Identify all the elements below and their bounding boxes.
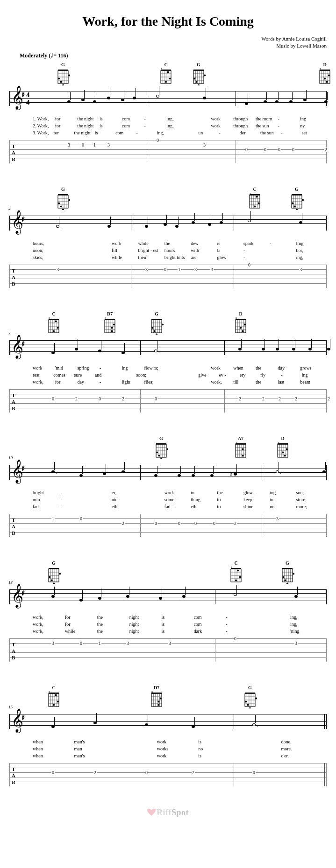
syllable: ute <box>112 496 138 503</box>
tab-fret: 2 <box>192 770 195 775</box>
note <box>210 474 214 477</box>
syllable: ing <box>122 364 144 371</box>
syllable: the night <box>74 129 95 136</box>
syllable: - <box>281 129 301 136</box>
syllable: is <box>100 115 122 122</box>
syllable: beam <box>300 378 322 385</box>
measure-number: 7 <box>8 331 11 336</box>
music-credit: Music by Lowell Mason <box>9 42 327 49</box>
syllable: shine <box>243 503 270 510</box>
syllable: ing, <box>157 129 178 136</box>
svg-point-251 <box>49 576 50 578</box>
lyric-line-1: whenman'sworkisdone. <box>33 738 327 745</box>
tab-fret: 3 <box>299 267 302 272</box>
music-system-2: G C x G 4𝄞♯.hours;workwhilethedewisspark… <box>9 185 327 291</box>
syllable: noon; <box>33 247 59 254</box>
syllable: - <box>219 129 240 136</box>
svg-point-151 <box>111 327 113 329</box>
syllable: ery <box>240 371 260 378</box>
tablature: TAB02020 <box>9 761 327 789</box>
lyrics: work'midspring-ingflow'rs;workwhentheday… <box>33 364 327 385</box>
syllable: for <box>55 122 78 129</box>
syllable: ing <box>270 489 296 496</box>
chord-diagram-D: x <box>318 68 332 85</box>
note <box>276 348 279 350</box>
note <box>75 348 78 350</box>
syllable <box>166 364 189 371</box>
note <box>299 221 302 224</box>
key-signature: ♯ <box>21 340 25 348</box>
heart-icon <box>147 809 156 819</box>
syllable: work <box>164 489 191 496</box>
syllable: hours <box>164 247 191 254</box>
chord-label: C <box>253 187 256 192</box>
syllable: glow <box>217 254 243 261</box>
tab-fret: 3 <box>67 143 71 147</box>
syllable: com <box>122 115 144 122</box>
note <box>145 723 148 726</box>
chord-label: G <box>159 436 163 441</box>
chord-diagram-C: x <box>159 68 173 85</box>
syllable <box>86 503 112 510</box>
tab-fret: 0 <box>164 267 167 272</box>
note <box>175 225 179 228</box>
note <box>154 350 157 352</box>
syllable <box>115 745 157 752</box>
tab-clef: TAB <box>12 392 15 412</box>
syllable: - <box>278 115 300 122</box>
tab-fret: 3 <box>203 143 206 147</box>
svg-point-203 <box>160 458 162 459</box>
note <box>238 348 242 350</box>
svg-point-217 <box>242 448 243 450</box>
syllable: hours; <box>33 240 59 247</box>
note <box>51 351 55 354</box>
syllable: store; <box>296 496 322 503</box>
svg-point-49 <box>196 81 198 83</box>
svg-point-234 <box>282 451 284 453</box>
tab-fret: 2 <box>278 397 281 401</box>
syllable: ing, <box>166 122 189 129</box>
key-signature: ♯ <box>21 714 25 722</box>
tab-clef: TAB <box>12 766 15 785</box>
tab-fret: 3 <box>276 517 279 521</box>
syllable: work, <box>33 628 65 635</box>
syllable: and <box>95 371 115 378</box>
chord-diagram-G <box>154 441 168 459</box>
note <box>51 470 55 473</box>
syllable <box>240 745 281 752</box>
svg-point-64 <box>328 74 330 76</box>
svg-point-66 <box>326 81 328 83</box>
key-signature: ♯ <box>21 464 25 473</box>
syllable: the sun <box>260 129 281 136</box>
chord-diagram-G <box>243 691 257 708</box>
chord-D7: D7 x <box>150 685 164 708</box>
note <box>264 100 267 103</box>
note <box>122 470 125 473</box>
svg-point-184 <box>240 327 242 329</box>
syllable: the sun <box>256 122 278 129</box>
tab-fret: 0 <box>145 770 148 775</box>
syllable: night <box>129 621 162 628</box>
tab-fret: 3 <box>145 267 148 272</box>
svg-point-81 <box>68 199 70 201</box>
chord-G: G <box>154 436 168 459</box>
chord-G: G <box>280 560 294 584</box>
syllable <box>189 122 211 129</box>
syllable: fly <box>260 371 281 378</box>
svg-point-318 <box>160 697 162 699</box>
note <box>294 595 298 598</box>
lyric-line-2: min-utesome -thingtokeepinstore; <box>33 496 327 503</box>
chord-label: A7 <box>238 436 243 441</box>
syllable <box>258 621 290 628</box>
syllable: night <box>129 614 162 621</box>
note <box>324 100 328 103</box>
note <box>308 348 312 350</box>
syllable: is <box>100 122 122 129</box>
syllable <box>59 240 85 247</box>
tab-fret: 0 <box>154 397 157 401</box>
key-signature: ♯ <box>21 91 25 99</box>
tab-fret: 1 <box>178 267 181 272</box>
chord-label: G <box>197 62 200 67</box>
syllable: der <box>240 129 260 136</box>
chord-D: D x <box>276 436 290 459</box>
